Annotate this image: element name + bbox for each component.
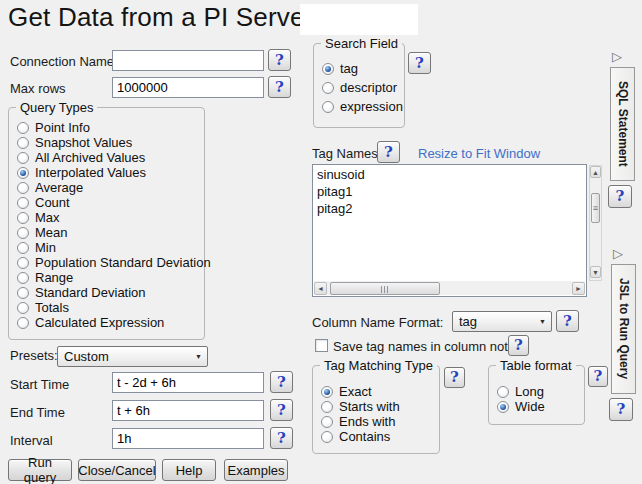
- radio-icon[interactable]: [322, 101, 334, 113]
- tab-sql-statement[interactable]: SQL Statement: [610, 67, 635, 181]
- tag-names-listbox[interactable]: sinusoidpitag1pitag2 ◄ ►: [312, 164, 587, 297]
- table-format-group-label: Table format: [496, 358, 576, 373]
- radio-option-contains[interactable]: Contains: [321, 429, 437, 444]
- search-field-group-label: Search Field: [321, 36, 402, 51]
- radio-option-average[interactable]: Average: [17, 180, 202, 195]
- vertical-scrollbar[interactable]: ▲ ≡ ▼: [589, 165, 602, 281]
- radio-option-expression[interactable]: expression: [322, 97, 402, 116]
- radio-label: Standard Deviation: [35, 285, 146, 300]
- radio-icon[interactable]: [17, 317, 29, 329]
- radio-selected-icon[interactable]: [17, 167, 29, 179]
- search-field-group: Search Field tagdescriptorexpression: [313, 43, 405, 128]
- help-button[interactable]: Help: [162, 459, 216, 481]
- tag-names-help-button[interactable]: ?: [377, 141, 400, 163]
- scroll-up-icon[interactable]: ▲: [590, 166, 601, 178]
- start-time-help-button[interactable]: ?: [270, 371, 293, 393]
- radio-icon[interactable]: [497, 386, 509, 398]
- radio-icon[interactable]: [17, 287, 29, 299]
- radio-icon[interactable]: [17, 212, 29, 224]
- radio-option-all-archived-values[interactable]: All Archived Values: [17, 150, 202, 165]
- sql-statement-expand-icon[interactable]: ▷: [612, 50, 622, 63]
- radio-option-wide[interactable]: Wide: [497, 399, 582, 414]
- radio-option-exact[interactable]: Exact: [321, 384, 437, 399]
- tag-list-item[interactable]: pitag2: [313, 200, 586, 217]
- start-time-input[interactable]: [112, 372, 264, 393]
- radio-icon[interactable]: [17, 227, 29, 239]
- radio-icon[interactable]: [321, 401, 333, 413]
- resize-to-fit-link[interactable]: Resize to Fit Window: [418, 146, 540, 161]
- max-rows-input[interactable]: [112, 77, 264, 98]
- connection-name-input[interactable]: [112, 50, 264, 71]
- radio-icon[interactable]: [17, 272, 29, 284]
- radio-option-range[interactable]: Range: [17, 270, 202, 285]
- max-rows-help-button[interactable]: ?: [268, 76, 291, 98]
- radio-option-ends-with[interactable]: Ends with: [321, 414, 437, 429]
- save-tag-names-help-button[interactable]: ?: [508, 335, 529, 356]
- search-field-help-button[interactable]: ?: [408, 52, 431, 74]
- connection-name-help-button[interactable]: ?: [268, 49, 291, 71]
- radio-option-point-info[interactable]: Point Info: [17, 120, 202, 135]
- table-format-help-button[interactable]: ?: [588, 366, 608, 387]
- scroll-left-icon[interactable]: ◄: [314, 282, 327, 295]
- end-time-help-button[interactable]: ?: [270, 399, 293, 421]
- interval-input[interactable]: [112, 428, 264, 449]
- save-tag-names-checkbox[interactable]: [315, 339, 328, 352]
- radio-icon[interactable]: [17, 197, 29, 209]
- radio-icon[interactable]: [17, 152, 29, 164]
- radio-label: Interpolated Values: [35, 165, 146, 180]
- radio-icon[interactable]: [321, 416, 333, 428]
- radio-option-starts-with[interactable]: Starts with: [321, 399, 437, 414]
- radio-selected-icon[interactable]: [322, 63, 334, 75]
- run-query-button[interactable]: Run query: [8, 459, 72, 481]
- end-time-label: End Time: [10, 405, 65, 420]
- radio-option-min[interactable]: Min: [17, 240, 202, 255]
- radio-icon[interactable]: [17, 257, 29, 269]
- vertical-scrollbar-thumb[interactable]: ≡: [591, 193, 600, 223]
- scroll-right-icon[interactable]: ►: [572, 282, 585, 295]
- tag-list-item[interactable]: sinusoid: [313, 166, 586, 183]
- jsl-run-query-help-button[interactable]: ?: [609, 398, 633, 421]
- footer-button-row: Run queryClose/CancelHelpExamples: [8, 459, 288, 481]
- sql-statement-help-button[interactable]: ?: [608, 185, 632, 208]
- max-rows-label: Max rows: [10, 81, 66, 96]
- radio-option-totals[interactable]: Totals: [17, 300, 202, 315]
- presets-dropdown[interactable]: Custom ▼: [57, 346, 208, 367]
- radio-option-calculated-expression[interactable]: Calculated Expression: [17, 315, 202, 330]
- close-cancel-button[interactable]: Close/Cancel: [78, 459, 156, 481]
- pi-server-dialog: Get Data from a PI Server Connection Nam…: [0, 0, 642, 484]
- radio-icon[interactable]: [321, 431, 333, 443]
- radio-option-descriptor[interactable]: descriptor: [322, 78, 402, 97]
- radio-icon[interactable]: [17, 122, 29, 134]
- examples-button[interactable]: Examples: [224, 459, 288, 481]
- radio-selected-icon[interactable]: [321, 386, 333, 398]
- radio-label: Average: [35, 180, 83, 195]
- radio-option-population-standard-deviation[interactable]: Population Standard Deviation: [17, 255, 202, 270]
- column-name-format-dropdown[interactable]: tag ▼: [452, 311, 552, 332]
- end-time-input[interactable]: [112, 400, 264, 421]
- tag-matching-type-help-button[interactable]: ?: [444, 367, 465, 388]
- horizontal-scrollbar-thumb[interactable]: [330, 282, 440, 295]
- radio-label: Contains: [339, 429, 390, 444]
- jsl-run-query-expand-icon[interactable]: ▷: [613, 247, 623, 260]
- radio-option-standard-deviation[interactable]: Standard Deviation: [17, 285, 202, 300]
- interval-help-button[interactable]: ?: [270, 427, 293, 449]
- radio-option-snapshot-values[interactable]: Snapshot Values: [17, 135, 202, 150]
- scroll-down-icon[interactable]: ▼: [590, 266, 601, 278]
- horizontal-scrollbar[interactable]: ◄ ►: [314, 281, 585, 295]
- tag-list-item[interactable]: pitag1: [313, 183, 586, 200]
- radio-option-max[interactable]: Max: [17, 210, 202, 225]
- radio-icon[interactable]: [17, 242, 29, 254]
- column-name-format-help-button[interactable]: ?: [556, 310, 579, 332]
- radio-option-interpolated-values[interactable]: Interpolated Values: [17, 165, 202, 180]
- radio-option-count[interactable]: Count: [17, 195, 202, 210]
- radio-icon[interactable]: [17, 182, 29, 194]
- radio-selected-icon[interactable]: [497, 401, 509, 413]
- radio-option-long[interactable]: Long: [497, 384, 582, 399]
- radio-icon[interactable]: [17, 137, 29, 149]
- radio-option-tag[interactable]: tag: [322, 59, 402, 78]
- radio-icon[interactable]: [17, 302, 29, 314]
- radio-icon[interactable]: [322, 82, 334, 94]
- radio-option-mean[interactable]: Mean: [17, 225, 202, 240]
- title-edit-box[interactable]: [300, 4, 418, 35]
- tab-jsl-to-run-query[interactable]: JSL to Run Query: [611, 264, 636, 394]
